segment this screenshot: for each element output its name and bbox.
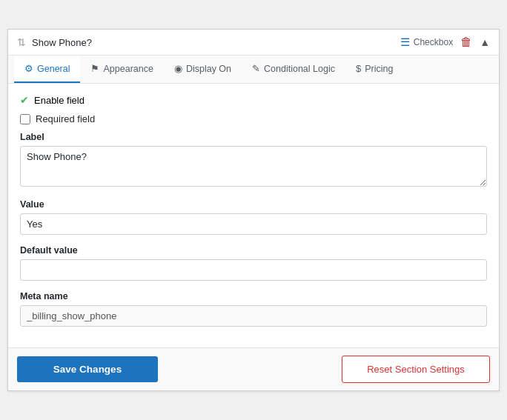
tab-general[interactable]: ⚙ General <box>14 56 80 83</box>
meta-name-label: Meta name <box>20 291 487 301</box>
appearance-icon: ⚑ <box>90 63 99 74</box>
required-field-checkbox[interactable] <box>20 114 30 124</box>
tab-conditional-logic-label: Conditional Logic <box>264 64 335 74</box>
drag-icon[interactable]: ⇅ <box>17 36 26 48</box>
enable-field-label: Enable field <box>34 95 84 106</box>
list-icon: ☰ <box>400 36 410 49</box>
panel-header: ⇅ Show Phone? ☰ Checkbox 🗑 ▲ <box>8 30 499 56</box>
tab-display-on[interactable]: ◉ Display On <box>164 56 242 83</box>
tab-bar: ⚙ General ⚑ Appearance ◉ Display On ✎ Co… <box>8 56 499 84</box>
tab-display-on-label: Display On <box>186 64 231 74</box>
field-type-badge: ☰ Checkbox <box>400 36 453 49</box>
delete-icon[interactable]: 🗑 <box>460 36 472 49</box>
field-title: Show Phone? <box>32 37 92 48</box>
reset-button[interactable]: Reset Section Settings <box>342 356 490 383</box>
tab-appearance-label: Appearance <box>103 64 153 74</box>
value-input[interactable] <box>20 213 487 235</box>
value-field-label: Value <box>20 199 487 210</box>
collapse-icon[interactable]: ▲ <box>480 36 490 48</box>
field-type-label: Checkbox <box>414 37 453 47</box>
header-right: ☰ Checkbox 🗑 ▲ <box>400 36 490 49</box>
default-value-input[interactable] <box>20 259 487 281</box>
enable-field-row: ✔ Enable field <box>20 94 487 106</box>
tab-content: ✔ Enable field Required field Label Show… <box>8 84 499 347</box>
required-field-row: Required field <box>20 113 487 124</box>
meta-name-input[interactable] <box>20 305 487 327</box>
header-left: ⇅ Show Phone? <box>17 36 92 48</box>
label-field-label: Label <box>20 132 487 142</box>
tab-appearance[interactable]: ⚑ Appearance <box>80 56 163 83</box>
pricing-icon: $ <box>356 63 361 74</box>
tab-pricing[interactable]: $ Pricing <box>345 56 403 83</box>
save-button[interactable]: Save Changes <box>17 356 158 382</box>
general-icon: ⚙ <box>24 63 33 74</box>
value-field-group: Value <box>20 199 487 235</box>
tab-pricing-label: Pricing <box>365 64 393 74</box>
field-panel: ⇅ Show Phone? ☰ Checkbox 🗑 ▲ ⚙ General ⚑… <box>7 29 500 391</box>
label-textarea[interactable]: Show Phone? <box>20 146 487 187</box>
panel-footer: Save Changes Reset Section Settings <box>8 347 499 390</box>
default-value-label: Default value <box>20 245 487 256</box>
tab-general-label: General <box>37 64 70 74</box>
enable-checkmark: ✔ <box>20 94 29 106</box>
tab-conditional-logic[interactable]: ✎ Conditional Logic <box>242 56 345 83</box>
display-on-icon: ◉ <box>174 63 182 74</box>
meta-name-field-group: Meta name <box>20 291 487 327</box>
label-field-group: Label Show Phone? <box>20 132 487 189</box>
default-value-field-group: Default value <box>20 245 487 281</box>
conditional-logic-icon: ✎ <box>252 63 260 74</box>
required-field-label: Required field <box>36 113 95 124</box>
